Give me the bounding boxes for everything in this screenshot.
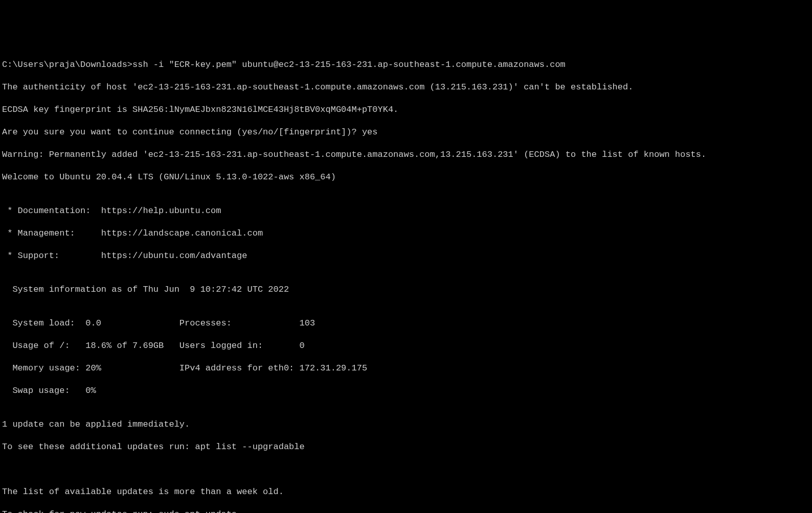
terminal-line: Welcome to Ubuntu 20.04.4 LTS (GNU/Linux… xyxy=(2,172,810,183)
terminal-line: * Management: https://landscape.canonica… xyxy=(2,228,810,239)
terminal-line: The authenticity of host 'ec2-13-215-163… xyxy=(2,82,810,93)
terminal-line: Swap usage: 0% xyxy=(2,385,810,397)
terminal-line: The list of available updates is more th… xyxy=(2,486,810,498)
terminal-line: * Support: https://ubuntu.com/advantage xyxy=(2,250,810,262)
terminal-line: 1 update can be applied immediately. xyxy=(2,419,810,430)
terminal-line: Warning: Permanently added 'ec2-13-215-1… xyxy=(2,149,810,160)
terminal-line: Are you sure you want to continue connec… xyxy=(2,127,810,138)
terminal-line: * Documentation: https://help.ubuntu.com xyxy=(2,205,810,217)
terminal-line: Memory usage: 20% IPv4 address for eth0:… xyxy=(2,363,810,374)
terminal-line: To see these additional updates run: apt… xyxy=(2,441,810,453)
terminal-line: System load: 0.0 Processes: 103 xyxy=(2,318,810,329)
terminal-line: Usage of /: 18.6% of 7.69GB Users logged… xyxy=(2,340,810,352)
terminal-output[interactable]: C:\Users\praja\Downloads>ssh -i "ECR-key… xyxy=(2,48,810,513)
terminal-line: To check for new updates run: sudo apt u… xyxy=(2,509,810,513)
terminal-line: C:\Users\praja\Downloads>ssh -i "ECR-key… xyxy=(2,59,810,71)
terminal-line: ECDSA key fingerprint is SHA256:lNymAEJb… xyxy=(2,104,810,115)
terminal-line: System information as of Thu Jun 9 10:27… xyxy=(2,284,810,295)
